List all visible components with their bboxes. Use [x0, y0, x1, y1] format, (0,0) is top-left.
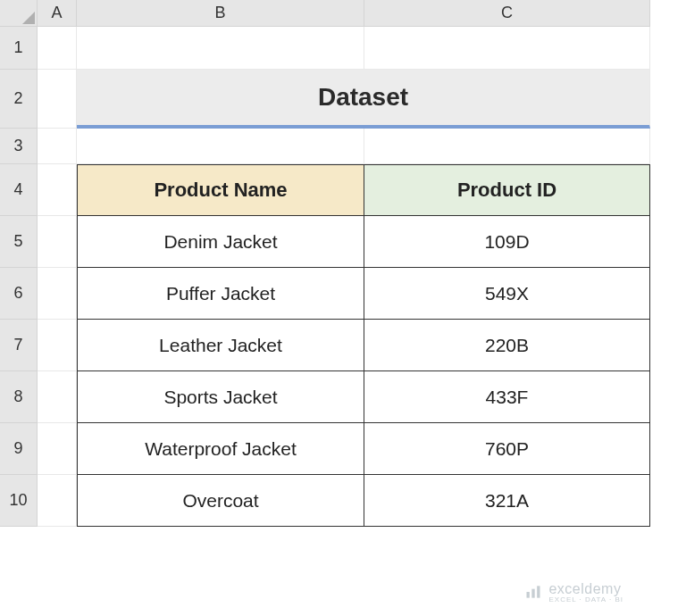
- table-row[interactable]: Leather Jacket: [77, 320, 364, 371]
- table-row[interactable]: Sports Jacket: [77, 371, 364, 423]
- cell-b1[interactable]: [77, 27, 364, 70]
- table-row[interactable]: 760P: [364, 423, 650, 475]
- cell-a4[interactable]: [38, 164, 77, 216]
- watermark: exceldemy EXCEL · DATA · BI: [523, 582, 623, 604]
- chart-icon: [523, 583, 543, 604]
- table-row[interactable]: 109D: [364, 216, 650, 268]
- cell-a6[interactable]: [38, 268, 77, 320]
- table-row[interactable]: 549X: [364, 268, 650, 320]
- watermark-text: exceldemy: [548, 582, 623, 596]
- cell-a10[interactable]: [38, 475, 77, 527]
- row-header-10[interactable]: 10: [0, 475, 38, 527]
- table-header-product-id[interactable]: Product ID: [364, 164, 650, 216]
- cell-c1[interactable]: [364, 27, 650, 70]
- svg-rect-0: [527, 592, 530, 598]
- table-row[interactable]: 321A: [364, 475, 650, 527]
- cell-a8[interactable]: [38, 371, 77, 423]
- cell-c3[interactable]: [364, 129, 650, 164]
- row-header-6[interactable]: 6: [0, 268, 38, 320]
- row-header-8[interactable]: 8: [0, 371, 38, 423]
- spreadsheet-grid: A B C 1 2 Dataset 3 4 Product Name Produ…: [0, 0, 686, 527]
- table-row[interactable]: Denim Jacket: [77, 216, 364, 268]
- row-header-3[interactable]: 3: [0, 129, 38, 164]
- select-all-corner[interactable]: [0, 0, 38, 27]
- table-header-product-name[interactable]: Product Name: [77, 164, 364, 216]
- table-row[interactable]: 220B: [364, 320, 650, 371]
- cell-b3[interactable]: [77, 129, 364, 164]
- row-header-4[interactable]: 4: [0, 164, 38, 216]
- watermark-subtext: EXCEL · DATA · BI: [548, 596, 623, 604]
- column-header-b[interactable]: B: [77, 0, 364, 27]
- cell-a7[interactable]: [38, 320, 77, 371]
- dataset-title[interactable]: Dataset: [77, 70, 650, 129]
- svg-rect-2: [538, 586, 540, 597]
- table-row[interactable]: 433F: [364, 371, 650, 423]
- cell-a2[interactable]: [38, 70, 77, 129]
- column-header-a[interactable]: A: [38, 0, 77, 27]
- cell-a9[interactable]: [38, 423, 77, 475]
- cell-a1[interactable]: [38, 27, 77, 70]
- row-header-7[interactable]: 7: [0, 320, 38, 371]
- column-header-c[interactable]: C: [364, 0, 650, 27]
- table-row[interactable]: Overcoat: [77, 475, 364, 527]
- table-row[interactable]: Puffer Jacket: [77, 268, 364, 320]
- svg-rect-1: [532, 588, 535, 597]
- cell-a3[interactable]: [38, 129, 77, 164]
- table-row[interactable]: Waterproof Jacket: [77, 423, 364, 475]
- row-header-1[interactable]: 1: [0, 27, 38, 70]
- cell-a5[interactable]: [38, 216, 77, 268]
- row-header-9[interactable]: 9: [0, 423, 38, 475]
- row-header-5[interactable]: 5: [0, 216, 38, 268]
- row-header-2[interactable]: 2: [0, 70, 38, 129]
